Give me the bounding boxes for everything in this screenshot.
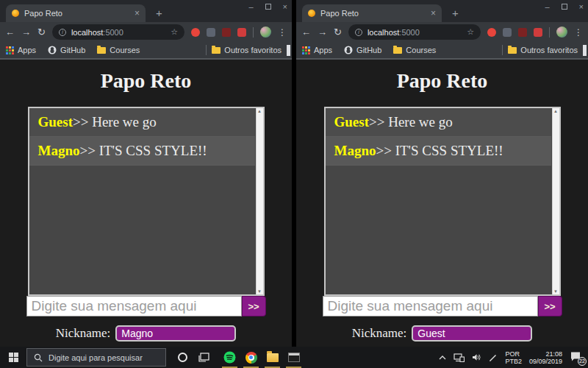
bookmark-apps[interactable]: Apps	[6, 46, 36, 54]
close-button[interactable]: ×	[579, 2, 584, 11]
bookmarks-overflow-button[interactable]	[583, 45, 587, 56]
network-icon[interactable]	[453, 353, 465, 362]
address-bar[interactable]: i localhost:5000 ☆	[348, 24, 481, 40]
send-button[interactable]: >>	[242, 296, 266, 316]
forward-button[interactable]: →	[318, 27, 327, 37]
url-port: :5000	[399, 28, 420, 37]
taskbar-spotify-button[interactable]	[219, 347, 240, 368]
scroll-up-icon[interactable]: ▲	[257, 108, 262, 114]
taskbar-search[interactable]: Digite aqui para pesquisar	[26, 348, 166, 367]
address-bar[interactable]: i localhost:5000 ☆	[52, 24, 184, 40]
bookmark-courses[interactable]: Courses	[393, 46, 436, 54]
chat-message-list: Guest>> Here we go Magno>> IT'S CSS STYL…	[324, 107, 561, 296]
message-sep: >>	[73, 114, 88, 130]
chat-scrollbar[interactable]: ▲ ▼	[552, 108, 559, 294]
bookmark-github[interactable]: GitHub	[344, 46, 381, 54]
forward-button[interactable]: →	[21, 27, 31, 37]
chevron-up-icon	[439, 355, 446, 360]
browser-tab[interactable]: Papo Reto ×	[6, 4, 146, 22]
chat-message: Magno>> IT'S CSS STYLE!!	[326, 137, 551, 166]
reload-button[interactable]: ↻	[334, 27, 342, 37]
taskbar-chrome-button[interactable]	[240, 347, 262, 368]
chat-scrollbar[interactable]: ▲ ▼	[256, 108, 263, 294]
profile-avatar[interactable]	[260, 26, 271, 38]
browser-menu-icon[interactable]: ⋮	[278, 27, 287, 38]
message-input[interactable]	[26, 296, 242, 316]
system-tray: POR PTB2 21:08 09/09/2019 22	[439, 347, 588, 368]
extension-icon[interactable]	[207, 28, 215, 37]
send-button[interactable]: >>	[538, 296, 562, 316]
other-bookmarks-label: Outros favoritos	[224, 46, 282, 54]
new-tab-button[interactable]: +	[452, 7, 459, 22]
extension-icon[interactable]	[237, 28, 246, 37]
maximize-button[interactable]	[562, 4, 567, 10]
nickname-row: Nickname:	[0, 325, 292, 342]
browser-window-right: Papo Reto × + – × ← → ↻ i localhost:5000…	[296, 0, 588, 347]
taskbar-explorer-button[interactable]	[262, 347, 283, 368]
taskbar-task-view-button[interactable]	[193, 347, 215, 368]
tab-close-icon[interactable]: ×	[431, 9, 436, 18]
clock-time: 21:08	[529, 350, 562, 358]
bookmark-apps[interactable]: Apps	[302, 46, 332, 54]
new-tab-button[interactable]: +	[156, 7, 162, 22]
message-sep: >>	[376, 143, 392, 158]
github-icon	[48, 46, 57, 54]
bookmark-star-icon[interactable]: ☆	[171, 27, 178, 37]
action-center-button[interactable]: 22	[570, 351, 584, 364]
chat-message: Guest>> Here we go	[29, 108, 255, 137]
start-button[interactable]	[0, 347, 26, 368]
extension-icon[interactable]	[487, 28, 496, 37]
other-bookmarks-button[interactable]: Outros favoritos	[212, 46, 282, 54]
bookmark-star-icon[interactable]: ☆	[467, 27, 474, 37]
pen-icon[interactable]	[489, 353, 498, 362]
extension-icon[interactable]	[222, 28, 231, 37]
extension-icon[interactable]	[518, 28, 527, 37]
apps-grid-icon	[302, 46, 310, 54]
message-text: Here we go	[88, 114, 156, 130]
bookmarks-separator	[206, 45, 207, 55]
message-sep: >>	[80, 143, 96, 158]
language-indicator[interactable]: POR PTB2	[505, 350, 522, 365]
bookmark-github[interactable]: GitHub	[48, 46, 85, 54]
maximize-button[interactable]	[265, 4, 271, 10]
bookmark-label: Courses	[406, 46, 436, 54]
tray-expand-button[interactable]	[439, 355, 446, 360]
back-button[interactable]: ←	[5, 27, 15, 37]
folder-icon	[508, 47, 517, 54]
tab-strip: Papo Reto × + – ×	[0, 0, 292, 22]
bookmarks-bar: Apps GitHub Courses Outros favoritos	[0, 42, 292, 60]
bookmark-label: GitHub	[60, 46, 85, 54]
scroll-down-icon[interactable]: ▼	[553, 289, 558, 294]
bookmark-courses[interactable]: Courses	[97, 46, 140, 54]
browser-tab[interactable]: Papo Reto ×	[302, 4, 442, 22]
taskbar-terminal-button[interactable]	[283, 347, 304, 368]
extension-icon[interactable]	[534, 28, 542, 37]
minimize-button[interactable]: –	[545, 2, 549, 11]
taskbar-clock[interactable]: 21:08 09/09/2019	[529, 350, 562, 365]
close-button[interactable]: ×	[283, 2, 287, 11]
profile-avatar[interactable]	[556, 26, 567, 38]
tab-title: Papo Reto	[24, 9, 129, 18]
github-icon	[344, 46, 353, 54]
scroll-down-icon[interactable]: ▼	[257, 289, 262, 294]
reload-button[interactable]: ↻	[37, 27, 46, 37]
site-info-icon[interactable]: i	[355, 29, 362, 36]
minimize-button[interactable]: –	[248, 2, 253, 11]
toolbar-separator	[549, 27, 550, 38]
nickname-input[interactable]	[412, 325, 532, 342]
site-info-icon[interactable]: i	[59, 29, 66, 36]
extension-icon[interactable]	[503, 28, 512, 37]
apps-grid-icon	[6, 46, 14, 54]
other-bookmarks-button[interactable]: Outros favoritos	[508, 46, 578, 54]
bookmarks-overflow-button[interactable]	[287, 45, 290, 56]
nickname-input[interactable]	[115, 325, 236, 342]
message-input[interactable]	[323, 296, 538, 316]
volume-icon[interactable]	[472, 353, 481, 361]
scroll-up-icon[interactable]: ▲	[553, 108, 558, 114]
taskbar-cortana-button[interactable]	[172, 347, 193, 368]
browser-menu-icon[interactable]: ⋮	[574, 27, 583, 38]
tab-close-icon[interactable]: ×	[135, 9, 140, 18]
toolbar-separator	[253, 27, 254, 38]
extension-icon[interactable]	[191, 28, 200, 37]
back-button[interactable]: ←	[301, 27, 311, 37]
